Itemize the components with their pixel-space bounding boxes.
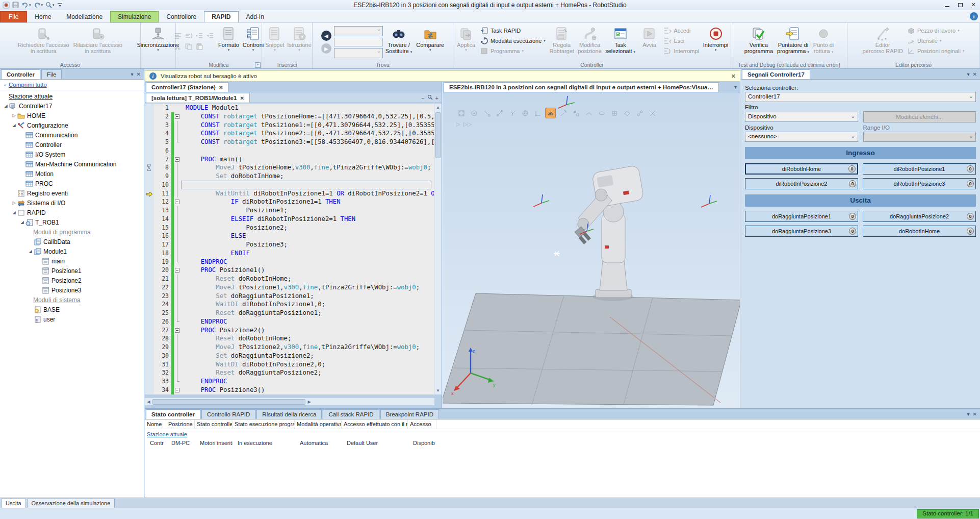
tree-item-module1[interactable]: ◢Module1 (0, 246, 144, 256)
edit-lists-button[interactable]: Modifica elenchi... (863, 111, 976, 122)
fold-column[interactable] (174, 155, 181, 164)
signal-button-doRobotInHome[interactable]: doRobotInHome0 (863, 226, 976, 237)
play-all-icon[interactable]: ▷▷ (463, 121, 472, 128)
tab-visualizza1[interactable]: ESE2bis-IRB120 in 3 posizioni con segnal… (444, 82, 719, 92)
viewport-tool-1-icon[interactable] (456, 108, 467, 118)
signal-button-doRaggiuntaPosizione2[interactable]: doRaggiuntaPosizione20 (863, 211, 976, 222)
copy-icon[interactable] (185, 43, 193, 50)
redo-icon[interactable]: ▾ (33, 1, 44, 9)
horizontal-scrollbar[interactable]: ◀ ▶ (145, 398, 434, 405)
bottom-tab-stato-controller[interactable]: Stato controller (146, 409, 200, 419)
tree-item-motion[interactable]: Motion (0, 169, 144, 179)
tab-module1[interactable]: [sola lettura] T_ROB1/Module1✕ (146, 93, 250, 103)
fold-column[interactable] (174, 386, 181, 394)
sincronizzazione-button[interactable]: Sincronizzazione▾ (142, 24, 174, 60)
modalit-esecuzione-button[interactable]: Modalità esecuzione▾ (479, 36, 547, 45)
play-icon[interactable]: ▷ (456, 121, 460, 128)
vertical-scrollbar[interactable]: ▲ ▼ (434, 104, 442, 394)
avvia-button[interactable]: Avvia (637, 24, 661, 60)
indent-icon[interactable] (195, 32, 203, 39)
zoom-icon[interactable]: ▾ (45, 1, 55, 9)
programma-button[interactable]: Programma▾ (479, 46, 547, 55)
tree-item-rapid[interactable]: ◢RAPID (0, 208, 144, 217)
tree-item-controller17[interactable]: ◢Controller17 (0, 101, 144, 111)
code-line-8[interactable]: 8 MoveJ tPosizioneHome,v300,fine,tPinza2… (145, 163, 434, 172)
code-line-9[interactable]: 9 Set doRobotInHome; (145, 172, 434, 181)
task-rapid-button[interactable]: Task RAPID (479, 26, 547, 35)
viewport-tool-7-icon[interactable] (532, 108, 543, 118)
accedi-button[interactable]: Accedi (662, 26, 701, 35)
minimize-button[interactable] (940, 0, 953, 10)
code-line-14[interactable]: 14 ELSEIF diRobotInPosizione2=1 THEN (145, 215, 434, 224)
tree-item-posizione3[interactable]: Posizione3 (0, 285, 144, 295)
panel-close-icon[interactable]: ✕ (973, 71, 977, 77)
code-line-21[interactable]: 21 Reset doRobotInHome; (145, 275, 434, 283)
signal-button-diRobotInPosizione2[interactable]: diRobotInPosizione20 (745, 178, 858, 189)
code-line-4[interactable]: 4 CONST robtarget tPosizione2:=[[0,-471.… (145, 129, 434, 138)
panel-position-icon[interactable]: ▾ (967, 411, 970, 417)
code-line-6[interactable]: 6 (145, 146, 434, 155)
scope-select[interactable] (334, 48, 383, 58)
expander-icon[interactable]: ◢ (11, 210, 17, 215)
verifica-programma-button[interactable]: Verificaprogramma (743, 24, 775, 60)
code-line-28[interactable]: 28 Reset doRobotInHome; (145, 334, 434, 343)
viewport-tool-9-icon[interactable] (558, 108, 569, 118)
tree-item-home[interactable]: ▷HOME (0, 111, 144, 120)
viewport-menu-icon[interactable]: ▾ (734, 84, 737, 90)
tree-item-configurazione[interactable]: ◢Configurazione (0, 120, 144, 130)
tree-item-moduli-di-sistema[interactable]: Moduli di sistema (0, 295, 144, 305)
tree-item-user[interactable]: user (0, 314, 144, 324)
code-line-2[interactable]: 2 CONST robtarget tPosizioneHome:=[[471.… (145, 112, 434, 121)
help-icon[interactable]: i (970, 12, 978, 20)
modifica-posizione-button[interactable]: Modificaposizione (577, 24, 603, 60)
status-table-row[interactable]: ContrDM-PCMotori inseritiIn esecuzioneAu… (145, 438, 980, 446)
code-line-3[interactable]: 3 CONST robtarget tPosizione1:=[[0,471.3… (145, 121, 434, 130)
paste-icon[interactable] (195, 43, 203, 50)
richiedere-l-accesso-in-scrittura-button[interactable]: Richiedere l'accessoin scrittura (16, 24, 71, 60)
tab-uscita[interactable]: Uscita (1, 499, 26, 508)
tree-item-sistema-di-i-o[interactable]: ▷Sistema di I/O (0, 198, 144, 208)
task-selezionati-button[interactable]: Taskselezionati ▾ (604, 24, 637, 60)
signal-button-doRaggiuntaPosizione1[interactable]: doRaggiuntaPosizione10 (745, 211, 858, 222)
code-line-17[interactable]: 17 Posizione3; (145, 240, 434, 249)
customize-qat-icon[interactable] (57, 1, 63, 9)
viewport-tool-12-icon[interactable] (596, 108, 607, 118)
column-header-stato-esecuzione-programma[interactable]: Stato esecuzione programma (233, 419, 295, 429)
info-bar-close-icon[interactable]: ✕ (727, 73, 740, 80)
code-line-10[interactable]: 10 (145, 181, 434, 189)
regola-robtarget-button[interactable]: RegolaRobtarget (548, 24, 576, 60)
close-button[interactable]: ✕ (967, 0, 980, 10)
code-area[interactable]: 1MODULE Module12 CONST robtarget tPosizi… (145, 104, 434, 394)
ribbon-tab-modellazione[interactable]: Modellazione (59, 11, 110, 22)
viewport-tool-5-icon[interactable] (507, 108, 518, 118)
fold-column[interactable] (174, 197, 181, 206)
tab-close-icon[interactable]: ✕ (240, 95, 244, 101)
panel-close-icon[interactable]: ✕ (973, 411, 977, 417)
device-select[interactable]: <nessuno> (745, 132, 858, 142)
expander-icon[interactable]: ▷ (11, 201, 17, 205)
tree-item-registro-eventi[interactable]: Registro eventi (0, 188, 144, 198)
ribbon-tab-rapid[interactable]: RAPID (204, 11, 238, 22)
scroll-right-icon[interactable]: ▶ (305, 400, 313, 404)
column-header-accesso[interactable]: Accesso (408, 419, 436, 429)
tree-item-controller[interactable]: Controller (0, 140, 144, 150)
panel-position-icon[interactable]: ▾ (131, 71, 134, 77)
3d-scene[interactable]: z y x ▷ ▷▷ (443, 92, 740, 408)
collapse-all-link[interactable]: «Comprimi tutto (0, 80, 144, 90)
code-line-31[interactable]: 31 WaitDI diRobotInPosizione2,0; (145, 360, 434, 369)
find-previous-icon[interactable]: ◀ (321, 31, 331, 41)
code-line-1[interactable]: 1MODULE Module1 (145, 104, 434, 112)
code-line-34[interactable]: 34 PROC Posizione3() (145, 386, 434, 394)
fold-column[interactable] (174, 266, 181, 275)
tab-close-icon[interactable]: ✕ (219, 85, 223, 90)
ribbon-tab-add-in[interactable]: Add-In (239, 11, 272, 22)
panel-position-icon[interactable]: ▾ (967, 71, 970, 77)
floor-plane[interactable] (443, 293, 740, 405)
code-line-16[interactable]: 16 ELSE (145, 232, 434, 240)
app-icon[interactable] (2, 1, 10, 9)
save-icon[interactable] (12, 1, 19, 9)
pezzo-di-lavoro-button[interactable]: Pezzo di lavoro▾ (906, 26, 966, 35)
code-line-32[interactable]: 32 Reset doRaggiuntaPosizione2; (145, 368, 434, 377)
tab-segnali-controller17[interactable]: Segnali Controller17 (742, 69, 810, 79)
applica-button[interactable]: Applica▾ (454, 24, 478, 60)
